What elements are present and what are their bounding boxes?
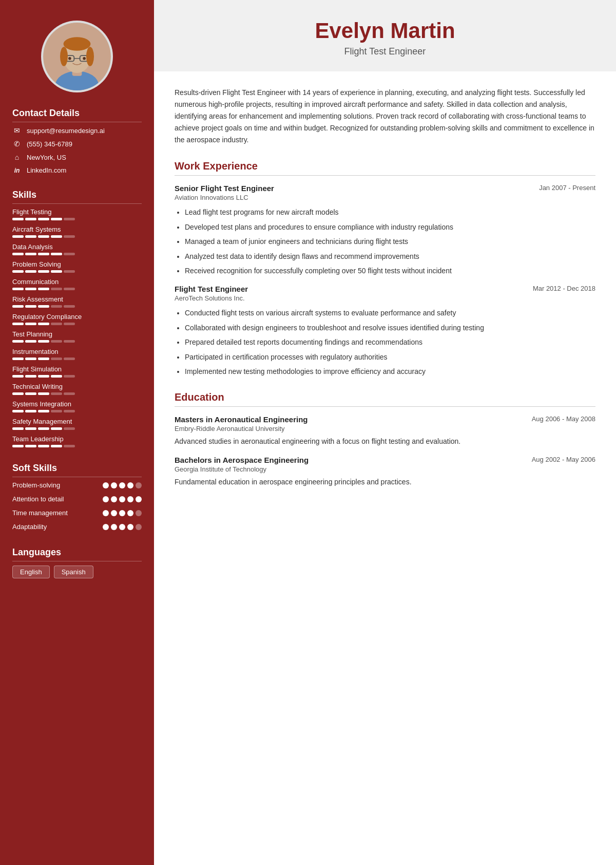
skill-segment [12,288,24,290]
skill-segment [12,305,24,308]
job-bullet: Implemented new testing methodologies to… [185,366,595,377]
skill-segment [25,410,36,412]
skill-segment [38,288,49,290]
skill-bar [12,253,142,255]
location-icon: ⌂ [12,153,22,161]
contact-linkedin-text: LinkedIn.com [27,166,66,174]
skill-bar [12,235,142,238]
job-title: Senior Flight Test Engineer [175,184,274,193]
skill-segment [38,358,49,360]
skill-bar [12,427,142,430]
skill-name: Regulatory Compliance [12,313,142,321]
svg-point-4 [64,37,91,50]
skill-segment [38,410,49,412]
skill-segment [51,218,62,220]
edu-dates: Aug 2002 - May 2006 [532,456,595,463]
skill-segment [64,358,75,360]
skill-segment [38,392,49,395]
dot [103,482,109,488]
svg-point-11 [86,47,94,66]
skill-segment [51,270,62,273]
header: Evelyn Martin Flight Test Engineer [154,0,616,71]
soft-skill-name: Problem-solving [12,481,103,489]
skill-item: Flight Testing [12,208,142,220]
skill-item: Aircraft Systems [12,225,142,238]
contact-email-text: support@resumedesign.ai [27,127,105,135]
soft-skills-list: Problem-solvingAttention to detailTime m… [12,481,142,531]
skill-segment [64,235,75,238]
contact-email: ✉ support@resumedesign.ai [12,126,142,135]
skill-segment [25,235,36,238]
dot [127,510,133,516]
skill-segment [51,288,62,290]
skill-bar [12,392,142,395]
skill-segment [38,270,49,273]
skill-segment [64,392,75,395]
job-bullet: Developed test plans and procedures to e… [185,221,595,233]
skill-segment [12,253,24,255]
dot [119,496,125,502]
soft-skill-item: Adaptability [12,523,142,531]
contact-phone: ✆ (555) 345-6789 [12,140,142,148]
email-icon: ✉ [12,126,22,135]
job-bullet: Managed a team of junior engineers and t… [185,236,595,247]
skill-item: Test Planning [12,330,142,343]
skill-segment [51,323,62,325]
job-header: Senior Flight Test EngineerJan 2007 - Pr… [175,184,595,193]
skill-segment [51,375,62,378]
soft-skill-dots [103,482,142,488]
skill-segment [38,445,49,447]
skill-bar [12,410,142,412]
skill-item: Safety Management [12,418,142,430]
dot [136,482,142,488]
job-bullet: Lead flight test programs for new aircra… [185,206,595,218]
skill-name: Flight Testing [12,208,142,216]
skill-bar [12,445,142,447]
skill-item: Technical Writing [12,383,142,395]
dot [103,524,109,530]
education-entry: Masters in Aeronautical EngineeringAug 2… [175,415,595,447]
languages-section: Languages EnglishSpanish [0,547,154,578]
skill-segment [64,323,75,325]
work-experience-title: Work Experience [175,160,595,176]
skill-bar [12,340,142,343]
skill-name: Data Analysis [12,243,142,251]
skill-segment [51,410,62,412]
contact-linkedin: in LinkedIn.com [12,166,142,174]
dot [111,482,117,488]
skill-segment [12,323,24,325]
education-section: Education Masters in Aeronautical Engine… [175,391,595,487]
skill-name: Flight Simulation [12,365,142,373]
skill-segment [12,427,24,430]
soft-skill-name: Time management [12,509,103,517]
work-experience-section: Work Experience Senior Flight Test Engin… [175,160,595,377]
main-content: Evelyn Martin Flight Test Engineer Resul… [154,0,616,865]
skill-segment [25,427,36,430]
edu-desc: Advanced studies in aeronautical enginee… [175,436,595,447]
svg-point-9 [83,57,86,60]
dot [136,524,142,530]
language-tags: EnglishSpanish [12,566,142,578]
edu-desc: Fundamental education in aerospace engin… [175,476,595,487]
skills-title: Skills [12,190,142,204]
soft-skill-item: Attention to detail [12,495,142,503]
skill-bar [12,218,142,220]
skill-item: Systems Integration [12,400,142,412]
skill-segment [38,253,49,255]
skill-name: Aircraft Systems [12,225,142,233]
dot [111,524,117,530]
skill-bar [12,305,142,308]
skill-bar [12,358,142,360]
sidebar: Contact Details ✉ support@resumedesign.a… [0,0,154,865]
job-entry: Flight Test EngineerMar 2012 - Dec 2018A… [175,285,595,377]
contact-location-text: NewYork, US [27,154,66,161]
skill-item: Problem Solving [12,260,142,273]
skill-segment [51,340,62,343]
skill-segment [25,288,36,290]
job-bullet: Participated in certification processes … [185,351,595,363]
soft-skill-dots [103,510,142,516]
skill-item: Communication [12,278,142,290]
skill-segment [12,270,24,273]
skill-name: Problem Solving [12,260,142,268]
skill-segment [51,445,62,447]
